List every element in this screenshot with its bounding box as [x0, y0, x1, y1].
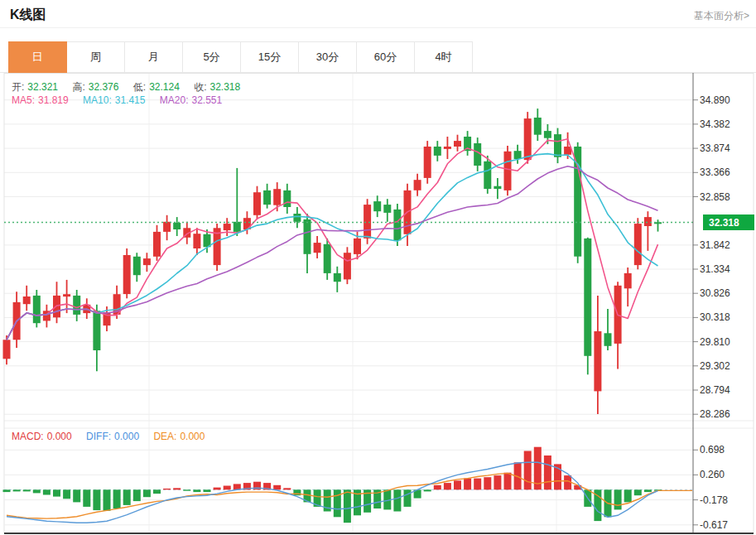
macd-histogram-bar	[544, 455, 551, 489]
candle-body	[624, 273, 632, 288]
macd-histogram-bar	[23, 489, 31, 491]
candle-body	[644, 217, 652, 226]
candle-body	[514, 151, 522, 159]
macd-histogram-bar	[444, 483, 451, 489]
candle-body	[153, 232, 161, 257]
header-divider	[0, 27, 756, 28]
candle-body	[3, 340, 11, 359]
macd-histogram-bar	[3, 489, 11, 492]
candle-body	[534, 118, 542, 135]
candle-body	[584, 239, 591, 356]
candle-body	[193, 234, 200, 248]
candle-body	[364, 205, 371, 239]
price-tick-label: 28.794	[700, 384, 730, 396]
candle-body	[604, 333, 612, 346]
tab-4hour[interactable]: 4时	[415, 42, 472, 72]
candle-body	[494, 186, 501, 189]
candle-body	[524, 118, 532, 160]
tab-60min[interactable]: 60分	[357, 42, 415, 72]
tab-month[interactable]: 月	[125, 42, 183, 72]
macd-histogram-bar	[53, 489, 60, 496]
candle-body	[304, 219, 311, 254]
macd-tick-label: -0.617	[700, 519, 728, 531]
candle-body	[293, 214, 301, 222]
candle-body	[393, 210, 401, 240]
candle-body	[163, 222, 171, 232]
macd-histogram-bar	[93, 489, 100, 510]
candle-body	[424, 147, 431, 178]
macd-histogram-bar	[624, 489, 632, 502]
candle-body	[454, 141, 461, 147]
candle-body	[263, 190, 271, 205]
macd-histogram-bar	[464, 479, 471, 490]
current-price-tag-label: 32.318	[709, 217, 739, 229]
tab-day[interactable]: 日	[8, 41, 67, 73]
macd-histogram-bar	[424, 489, 431, 491]
price-tick-label: 31.334	[700, 263, 730, 275]
macd-histogram-bar	[214, 488, 221, 490]
candle-body	[554, 134, 561, 157]
macd-histogram-bar	[183, 489, 190, 490]
price-tick-label: 32.858	[700, 191, 730, 203]
macd-histogram-bar	[524, 451, 532, 490]
tab-15min[interactable]: 15分	[241, 42, 299, 72]
macd-histogram-bar	[634, 489, 642, 495]
candle-body	[484, 161, 491, 189]
macd-histogram-bar	[273, 485, 281, 490]
candle-body	[314, 243, 321, 253]
price-tick-label: 28.286	[700, 408, 730, 420]
macd-histogram-bar	[163, 489, 171, 489]
candle-body	[93, 311, 100, 350]
macd-histogram-bar	[153, 489, 161, 494]
price-tick-label: 30.318	[700, 311, 730, 323]
macd-histogram-bar	[283, 488, 291, 489]
price-tick-label: 30.826	[700, 287, 730, 299]
macd-tick-label: -0.178	[700, 494, 728, 506]
tab-5min[interactable]: 5分	[183, 42, 241, 72]
price-tick-label: 34.890	[700, 94, 730, 106]
macd-histogram-bar	[504, 473, 512, 490]
macd-histogram-bar	[123, 489, 131, 505]
candle-body	[283, 190, 291, 207]
candle-body	[373, 201, 381, 211]
macd-tick-label: 0.698	[700, 444, 725, 455]
macd-histogram-bar	[83, 489, 90, 507]
macd-histogram-bar	[133, 489, 141, 501]
price-tick-label: 33.366	[700, 166, 730, 178]
period-tabbar: 日 周 月 5分 15分 30分 60分 4时	[8, 41, 473, 73]
tab-30min[interactable]: 30分	[299, 42, 357, 72]
candle-body	[444, 147, 451, 149]
macd-histogram-bar	[73, 489, 80, 502]
macd-histogram-bar	[404, 489, 412, 507]
candle-body	[634, 224, 642, 265]
macd-histogram-bar	[63, 489, 70, 499]
macd-histogram-bar	[334, 489, 341, 517]
macd-tick-label: 0.260	[700, 469, 725, 480]
macd-histogram-bar	[193, 489, 200, 492]
tab-week[interactable]: 周	[67, 42, 125, 72]
candle-body	[594, 331, 601, 391]
macd-histogram-bar	[13, 489, 21, 491]
macd-histogram-bar	[474, 479, 481, 490]
candle-body	[224, 224, 231, 230]
macd-histogram-bar	[173, 488, 181, 489]
kline-chart[interactable]: 34.89034.38233.87433.36632.85831.84231.3…	[0, 73, 756, 535]
macd-histogram-bar	[104, 489, 111, 511]
macd-histogram-bar	[143, 489, 151, 497]
candle-body	[273, 189, 281, 205]
macd-histogram-bar	[224, 486, 231, 490]
macd-histogram-bar	[484, 477, 491, 489]
macd-histogram-bar	[344, 489, 351, 523]
candle-body	[63, 294, 70, 296]
price-tick-label: 33.874	[700, 142, 730, 154]
candle-body	[253, 192, 261, 215]
price-tick-label: 34.382	[700, 118, 730, 130]
ma5-line	[7, 139, 658, 340]
price-tick-label: 31.842	[700, 239, 730, 251]
fundamental-analysis-link[interactable]: 基本面分析>	[694, 9, 749, 23]
kline-page: K线图 基本面分析> 日 周 月 5分 15分 30分 60分 4时 34.89…	[0, 0, 756, 535]
kline-chart-canvas: 34.89034.38233.87433.36632.85831.84231.3…	[0, 73, 756, 535]
macd-histogram-bar	[393, 489, 401, 511]
candle-body	[73, 296, 80, 315]
candle-body	[574, 147, 581, 257]
